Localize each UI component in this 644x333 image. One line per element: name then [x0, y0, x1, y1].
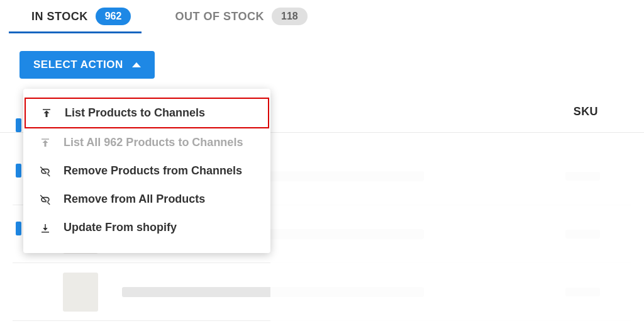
- row-checkbox-marker[interactable]: [16, 222, 21, 235]
- unlink-icon: [38, 165, 52, 178]
- select-action-label: SELECT ACTION: [33, 59, 123, 71]
- row-checkbox-marker[interactable]: [16, 164, 21, 178]
- menu-item-label: Remove from All Products: [64, 193, 205, 206]
- unlink-icon: [38, 193, 52, 206]
- tab-in-stock-label: IN STOCK: [31, 10, 88, 23]
- row-checkbox-marker[interactable]: [16, 118, 21, 132]
- upload-icon: [40, 108, 53, 119]
- table-row[interactable]: [13, 263, 631, 321]
- row-thumbnail: [63, 273, 98, 312]
- upload-icon: [38, 137, 52, 149]
- download-icon: [38, 222, 52, 234]
- menu-item-remove-all[interactable]: Remove from All Products: [23, 185, 270, 213]
- menu-item-label: List All 962 Products to Channels: [64, 136, 243, 149]
- select-action-menu: List Products to Channels List All 962 P…: [23, 89, 270, 253]
- tab-in-stock[interactable]: IN STOCK 962: [31, 8, 131, 25]
- tab-out-of-stock[interactable]: OUT OF STOCK 118: [175, 8, 307, 25]
- menu-item-update-shopify[interactable]: Update From shopify: [23, 213, 270, 242]
- row-sku-blurred: [565, 172, 600, 181]
- in-stock-count-badge: 962: [96, 8, 131, 25]
- menu-item-remove-products[interactable]: Remove Products from Channels: [23, 157, 270, 185]
- out-of-stock-count-badge: 118: [272, 8, 308, 25]
- caret-up-icon: [132, 62, 141, 67]
- menu-item-label: List Products to Channels: [65, 106, 205, 120]
- row-sku-blurred: [565, 288, 600, 296]
- menu-item-list-all: List All 962 Products to Channels: [23, 128, 270, 157]
- menu-item-label: Update From shopify: [64, 221, 177, 234]
- row-sku-blurred: [565, 230, 600, 239]
- select-action-button[interactable]: SELECT ACTION: [19, 51, 155, 79]
- menu-item-label: Remove Products from Channels: [64, 164, 242, 178]
- menu-item-list-products[interactable]: List Products to Channels: [25, 98, 269, 128]
- row-title-blurred: [122, 287, 424, 297]
- tab-out-of-stock-label: OUT OF STOCK: [175, 10, 264, 23]
- col-sku-header: SKU: [574, 105, 598, 118]
